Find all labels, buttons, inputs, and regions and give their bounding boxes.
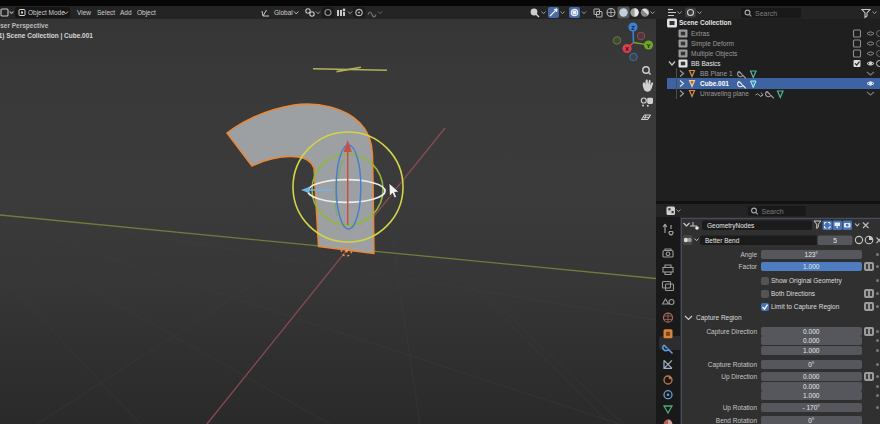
svg-text:Y: Y bbox=[646, 43, 650, 49]
svg-text:X: X bbox=[625, 46, 629, 52]
svg-text:Search: Search bbox=[762, 208, 784, 215]
svg-text:5: 5 bbox=[833, 237, 837, 244]
svg-text:Better Bend: Better Bend bbox=[705, 237, 740, 244]
svg-text:GeometryNodes: GeometryNodes bbox=[707, 222, 755, 230]
svg-text:Z: Z bbox=[631, 25, 635, 31]
